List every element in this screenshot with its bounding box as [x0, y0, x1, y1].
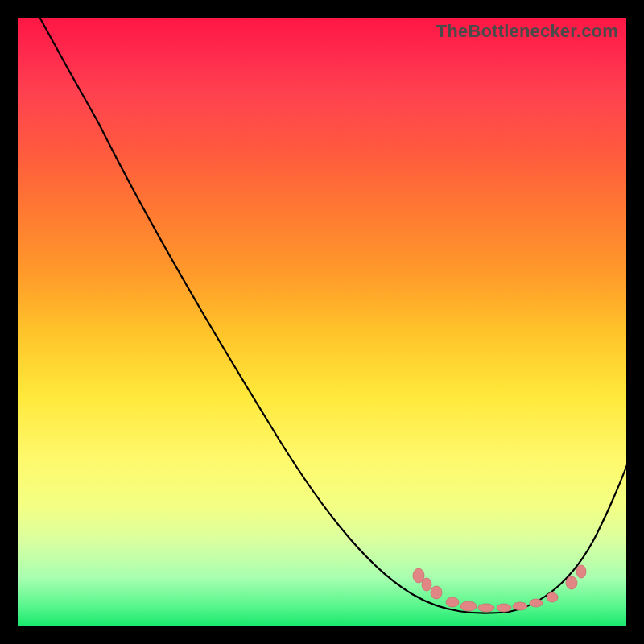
marker-dot [431, 586, 442, 599]
chart-frame: TheBottlenecker.com [0, 0, 644, 644]
bottleneck-curve [18, 18, 626, 626]
marker-dot [513, 602, 527, 610]
marker-dot [497, 604, 511, 612]
curve-markers [413, 565, 586, 612]
marker-dot [530, 599, 543, 607]
marker-dot [576, 565, 586, 578]
marker-dot [460, 601, 477, 611]
chart-plot-area: TheBottlenecker.com [18, 18, 626, 626]
marker-dot [566, 576, 577, 589]
curve-line [35, 10, 638, 613]
marker-dot [446, 597, 459, 607]
marker-dot [422, 578, 431, 591]
marker-dot [478, 604, 494, 612]
marker-dot [547, 592, 558, 602]
